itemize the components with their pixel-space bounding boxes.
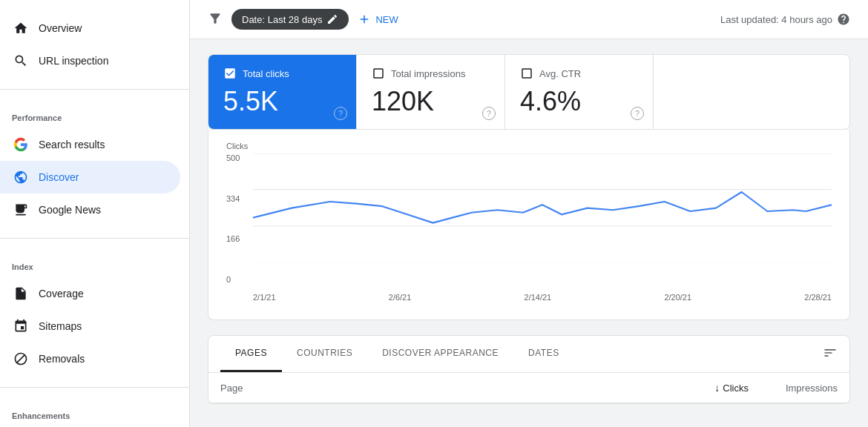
table-filter-icon[interactable] [823,345,838,363]
sidebar-item-google-news[interactable]: Google News [0,193,180,226]
x-label-3: 2/20/21 [664,293,691,302]
sidebar-item-search-results[interactable]: Search results [0,128,180,161]
toolbar-left: Date: Last 28 days NEW [208,9,398,30]
metric-card-ctr[interactable]: Avg. CTR 4.6% ? [505,55,654,129]
checkbox-checked-icon [223,67,237,80]
checkbox-unchecked-icon-ctr [520,67,533,80]
x-label-4: 2/28/21 [804,293,832,302]
new-btn-label: NEW [375,14,398,25]
tab-countries[interactable]: COUNTRIES [282,336,367,372]
total-impressions-label: Total impressions [391,68,465,79]
metric-impressions-help[interactable]: ? [482,107,496,120]
content-area: Total clicks 5.5K ? Total impressions 12… [190,39,868,419]
sidebar-item-sitemaps[interactable]: Sitemaps [0,310,180,342]
tab-pages[interactable]: PAGES [220,336,282,372]
col-impressions-header: Impressions [749,383,838,394]
sidebar-item-removals[interactable]: Removals [0,342,180,375]
y-label-top: 500 [226,153,250,162]
tabs-list: PAGES COUNTRIES DISCOVER APPEARANCE DATE… [220,336,574,372]
chart-wrapper: 500 334 166 0 2/1/21 2/6/21 [226,153,832,302]
sidebar-item-coverage[interactable]: Coverage [0,277,180,310]
metric-clicks-help[interactable]: ? [334,107,347,120]
google-news-icon [12,201,30,219]
table-header: Page ↓ Clicks Impressions [208,373,849,403]
x-label-1: 2/6/21 [389,293,412,302]
tabs-section: PAGES COUNTRIES DISCOVER APPEARANCE DATE… [208,335,850,404]
tabs-header: PAGES COUNTRIES DISCOVER APPEARANCE DATE… [208,336,849,373]
removals-label: Removals [39,353,85,365]
metric-clicks-header: Total clicks [223,67,338,80]
col-clicks-header: ↓ Clicks [674,382,749,394]
help-icon[interactable] [837,13,850,26]
chart-x-labels: 2/1/21 2/6/21 2/14/21 2/20/21 2/28/21 [253,293,832,302]
discover-icon [12,168,30,186]
total-impressions-value: 120K [372,86,487,117]
metric-ctr-help[interactable]: ? [631,107,644,120]
metric-impressions-header: Total impressions [372,67,487,80]
toolbar-right: Last updated: 4 hours ago [720,13,850,26]
x-label-0: 2/1/21 [253,293,276,302]
metric-ctr-header: Avg. CTR [520,67,635,80]
chart-y-labels: 500 334 166 0 [226,153,250,284]
enhancements-section-header: Enhancements [0,400,189,426]
google-icon [12,136,30,153]
performance-section-header: Performance [0,102,189,128]
overview-label: Overview [39,22,82,34]
avg-ctr-label: Avg. CTR [539,68,581,79]
y-label-bottom: 0 [226,275,250,284]
home-icon [12,19,30,37]
toolbar: Date: Last 28 days NEW Last updated: 4 h… [190,0,868,39]
y-label-mid1: 334 [226,194,250,203]
url-inspection-label: URL inspection [39,55,108,67]
total-clicks-label: Total clicks [243,68,289,79]
removals-icon [12,350,30,368]
metric-card-empty [654,55,849,129]
date-chip[interactable]: Date: Last 28 days [231,9,349,30]
date-chip-label: Date: Last 28 days [242,14,322,25]
metric-cards: Total clicks 5.5K ? Total impressions 12… [208,54,850,130]
filter-icon[interactable] [208,11,223,28]
coverage-label: Coverage [39,288,84,299]
total-clicks-value: 5.5K [223,86,338,117]
sitemaps-icon [12,317,30,335]
google-news-label: Google News [39,204,101,216]
tab-dates[interactable]: DATES [513,336,574,372]
tab-discover-appearance[interactable]: DISCOVER APPEARANCE [367,336,513,372]
chart-container: Clicks 500 334 166 0 [208,130,850,320]
discover-label: Discover [39,171,79,183]
index-section-header: Index [0,251,189,277]
sidebar-item-discover[interactable]: Discover [0,161,180,193]
last-updated-text: Last updated: 4 hours ago [720,14,832,25]
chart-y-axis-label: Clicks [226,142,832,150]
metric-card-impressions[interactable]: Total impressions 120K ? [357,55,505,129]
new-button[interactable]: NEW [358,13,398,26]
search-icon [12,52,30,70]
sidebar: Overview URL inspection Performance Sear… [0,0,190,427]
sort-down-arrow: ↓ [714,382,720,394]
sidebar-item-overview[interactable]: Overview [0,12,180,44]
chart-svg [253,153,832,262]
search-results-label: Search results [39,139,105,150]
col-page-header: Page [220,383,674,394]
x-label-2: 2/14/21 [525,293,552,302]
checkbox-unchecked-icon [372,67,385,80]
sitemaps-label: Sitemaps [39,320,82,332]
y-label-mid2: 166 [226,234,250,243]
main-content: Date: Last 28 days NEW Last updated: 4 h… [190,0,868,427]
coverage-icon [12,285,30,302]
metric-card-clicks[interactable]: Total clicks 5.5K ? [208,55,357,129]
avg-ctr-value: 4.6% [520,86,635,117]
sidebar-item-url-inspection[interactable]: URL inspection [0,44,180,77]
